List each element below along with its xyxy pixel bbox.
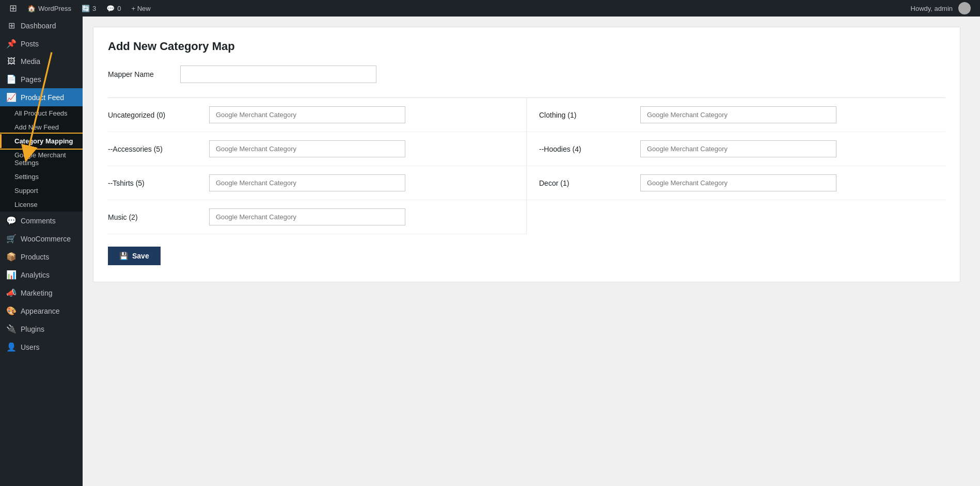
sidebar-item-products[interactable]: 📦 Products — [0, 248, 83, 266]
woocommerce-icon: 🛒 — [6, 234, 17, 244]
sidebar: ⊞ Dashboard 📌 Posts 🖼 Media 📄 Pages 📈 Pr… — [0, 17, 83, 486]
category-row-decor: Decor (1) — [527, 166, 945, 200]
category-input-clothing[interactable] — [640, 106, 836, 123]
category-label-decor: Decor (1) — [539, 179, 632, 187]
category-label-music: Music (2) — [108, 213, 201, 221]
main-content: Add New Category Map Mapper Name Uncateg… — [83, 17, 980, 486]
category-input-decor[interactable] — [640, 174, 836, 191]
updates-icon: 🔄 — [82, 5, 90, 12]
save-button[interactable]: 💾 Save — [108, 247, 161, 265]
marketing-icon: 📣 — [6, 288, 17, 298]
mapper-name-input[interactable] — [180, 66, 376, 83]
comments-icon: 💬 — [6, 216, 17, 225]
home-icon: 🏠 — [27, 5, 36, 12]
comments-link[interactable]: 💬 0 — [101, 0, 126, 17]
avatar — [958, 2, 971, 14]
mapper-name-row: Mapper Name — [108, 66, 945, 83]
category-input-accessories[interactable] — [209, 140, 405, 157]
sidebar-item-product-feed[interactable]: 📈 Product Feed — [0, 88, 83, 106]
users-icon: 👤 — [6, 342, 17, 352]
sidebar-item-pages[interactable]: 📄 Pages — [0, 70, 83, 88]
category-label-accessories: --Accessories (5) — [108, 145, 201, 153]
category-label-tshirts: --Tshirts (5) — [108, 179, 201, 187]
sidebar-item-comments[interactable]: 💬 Comments — [0, 212, 83, 230]
category-input-hoodies[interactable] — [640, 140, 836, 157]
pages-icon: 📄 — [6, 74, 17, 84]
sidebar-item-woocommerce[interactable]: 🛒 WooCommerce — [0, 230, 83, 248]
sidebar-item-users[interactable]: 👤 Users — [0, 338, 83, 356]
submenu-category-mapping[interactable]: Category Mapping — [0, 134, 83, 148]
comment-icon: 💬 — [106, 5, 115, 12]
sidebar-item-appearance[interactable]: 🎨 Appearance — [0, 302, 83, 320]
updates-link[interactable]: 🔄 3 — [76, 0, 101, 17]
sidebar-item-media[interactable]: 🖼 Media — [0, 53, 83, 70]
sidebar-item-posts[interactable]: 📌 Posts — [0, 35, 83, 53]
category-row-music: Music (2) — [108, 200, 527, 234]
category-row-accessories: --Accessories (5) — [108, 132, 527, 166]
category-input-tshirts[interactable] — [209, 174, 405, 191]
product-feed-submenu: All Product Feeds Add New Feed Category … — [0, 106, 83, 212]
category-row-clothing: Clothing (1) — [527, 98, 945, 132]
save-icon: 💾 — [119, 252, 128, 260]
new-content-link[interactable]: + New — [127, 0, 156, 17]
category-label-uncategorized: Uncategorized (0) — [108, 111, 201, 119]
howdy-user[interactable]: Howdy, admin — [906, 0, 976, 17]
dashboard-icon: ⊞ — [6, 21, 17, 30]
sidebar-item-analytics[interactable]: 📊 Analytics — [0, 266, 83, 284]
site-name-link[interactable]: 🏠 WordPress — [22, 0, 76, 17]
sidebar-item-plugins[interactable]: 🔌 Plugins — [0, 320, 83, 338]
category-input-uncategorized[interactable] — [209, 106, 405, 123]
category-input-music[interactable] — [209, 208, 405, 225]
analytics-icon: 📊 — [6, 270, 17, 280]
submenu-support[interactable]: Support — [0, 184, 83, 198]
page-title: Add New Category Map — [108, 40, 945, 53]
mapper-name-label: Mapper Name — [108, 70, 170, 78]
sidebar-item-marketing[interactable]: 📣 Marketing — [0, 284, 83, 302]
category-row-uncategorized: Uncategorized (0) — [108, 98, 527, 132]
category-row-tshirts: --Tshirts (5) — [108, 166, 527, 200]
products-icon: 📦 — [6, 252, 17, 262]
product-feed-icon: 📈 — [6, 92, 17, 102]
media-icon: 🖼 — [6, 57, 17, 66]
category-label-clothing: Clothing (1) — [539, 111, 632, 119]
submenu-add-new-feed[interactable]: Add New Feed — [0, 120, 83, 134]
wp-logo[interactable]: ⊞ — [4, 0, 22, 17]
appearance-icon: 🎨 — [6, 306, 17, 316]
category-row-empty — [527, 200, 945, 234]
category-grid: Uncategorized (0) Clothing (1) --Accesso… — [108, 98, 945, 234]
submenu-all-feeds[interactable]: All Product Feeds — [0, 106, 83, 120]
posts-icon: 📌 — [6, 39, 17, 48]
content-box: Add New Category Map Mapper Name Uncateg… — [93, 27, 960, 282]
category-row-hoodies: --Hoodies (4) — [527, 132, 945, 166]
submenu-google-merchant-settings[interactable]: Google Merchant Settings — [0, 148, 83, 170]
category-label-hoodies: --Hoodies (4) — [539, 145, 632, 153]
admin-bar: ⊞ 🏠 WordPress 🔄 3 💬 0 + New Howdy, admin — [0, 0, 980, 17]
wp-icon: ⊞ — [9, 3, 17, 14]
plugins-icon: 🔌 — [6, 324, 17, 334]
sidebar-item-dashboard[interactable]: ⊞ Dashboard — [0, 17, 83, 35]
submenu-settings[interactable]: Settings — [0, 170, 83, 184]
submenu-license[interactable]: License — [0, 198, 83, 212]
